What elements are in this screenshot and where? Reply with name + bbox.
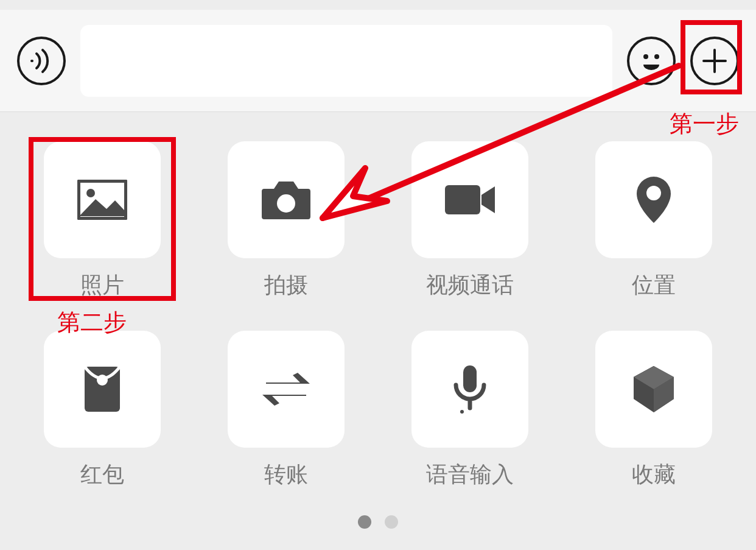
video-call-icon xyxy=(444,183,496,217)
svg-point-6 xyxy=(86,189,95,197)
attachment-item-label: 收藏 xyxy=(632,460,676,490)
svg-point-9 xyxy=(646,186,661,200)
attachment-item-photo[interactable]: 照片 xyxy=(44,141,161,300)
photo-icon xyxy=(77,180,127,220)
svg-point-7 xyxy=(277,194,295,213)
attachment-item-transfer[interactable]: 转账 xyxy=(228,331,345,490)
attachment-item-label: 红包 xyxy=(80,460,124,490)
favorites-icon xyxy=(631,365,676,414)
svg-rect-8 xyxy=(445,185,480,214)
svg-rect-12 xyxy=(463,365,477,392)
emoji-icon xyxy=(635,45,667,77)
plus-icon xyxy=(700,46,729,76)
attachment-item-location[interactable]: 位置 xyxy=(595,141,712,300)
message-input[interactable] xyxy=(80,25,612,97)
attachment-item-red-packet[interactable]: 红包 xyxy=(44,331,161,490)
emoji-button[interactable] xyxy=(627,37,676,85)
svg-point-11 xyxy=(97,375,108,386)
attachment-item-label: 视频通话 xyxy=(426,270,514,300)
location-icon xyxy=(635,175,672,224)
page-dot[interactable] xyxy=(385,515,398,529)
svg-point-1 xyxy=(643,54,648,59)
status-bar xyxy=(0,0,756,10)
svg-point-0 xyxy=(30,60,33,62)
plus-button[interactable] xyxy=(690,37,739,85)
attachment-grid: 照片 拍摄 视频通话 xyxy=(44,141,712,490)
voice-button[interactable] xyxy=(17,37,66,85)
voice-icon xyxy=(27,47,55,75)
attachment-item-camera[interactable]: 拍摄 xyxy=(228,141,345,300)
svg-point-2 xyxy=(654,54,659,59)
attachment-item-label: 位置 xyxy=(632,270,676,300)
attachment-item-label: 转账 xyxy=(264,460,308,490)
attachment-item-video-call[interactable]: 视频通话 xyxy=(411,141,528,300)
red-packet-icon xyxy=(83,365,121,413)
camera-icon xyxy=(261,179,312,220)
transfer-icon xyxy=(262,373,310,406)
attachment-item-voice-input[interactable]: 语音输入 xyxy=(411,331,528,490)
annotation-step2-label: 第二步 xyxy=(57,307,127,338)
attachment-item-label: 语音输入 xyxy=(426,460,514,490)
chat-input-bar xyxy=(0,10,756,112)
attachment-item-label: 拍摄 xyxy=(264,270,308,300)
attachment-item-favorites[interactable]: 收藏 xyxy=(595,331,712,490)
annotation-step1-label: 第一步 xyxy=(670,108,739,139)
page-dot[interactable] xyxy=(358,515,371,529)
svg-point-14 xyxy=(460,410,464,414)
attachment-item-label: 照片 xyxy=(80,270,124,300)
voice-input-icon xyxy=(452,364,488,414)
pagination-dots xyxy=(0,515,756,529)
